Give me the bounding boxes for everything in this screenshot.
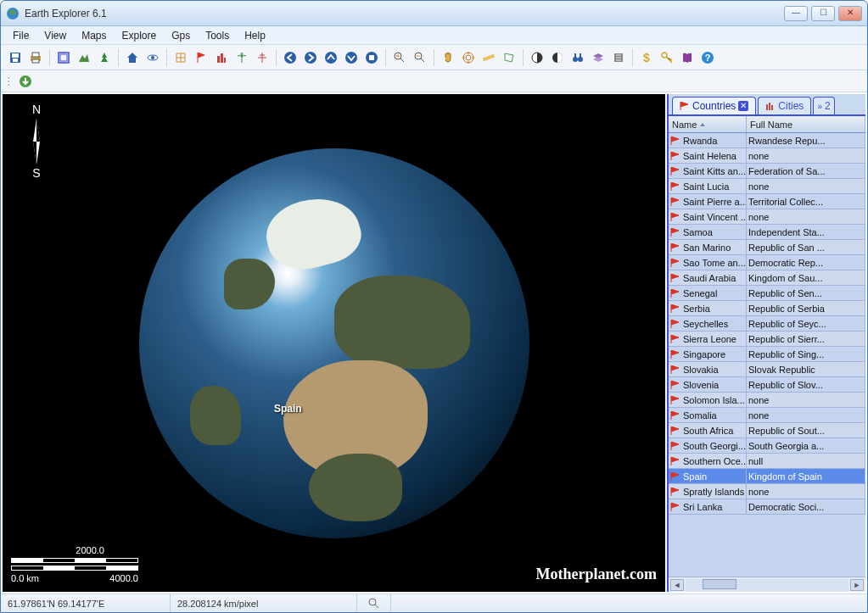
maximize-button[interactable]: ☐ [811,6,835,21]
table-row[interactable]: Sao Tome an...Democratic Rep... [669,255,865,270]
menu-view[interactable]: View [37,28,73,43]
svg-point-17 [345,52,357,64]
menu-file[interactable]: File [6,28,36,43]
scroll-track[interactable] [686,579,848,591]
table-row[interactable]: SerbiaRepublic of Serbia [669,301,865,316]
table-row[interactable]: South AfricaRepublic of Sout... [669,423,865,438]
fullscreen-icon[interactable] [54,48,73,67]
cell-name: Slovenia [669,377,747,392]
table-row[interactable]: Saint Kitts an...Federation of Sa... [669,164,865,179]
terrain-icon[interactable] [75,48,93,67]
table-row[interactable]: Saint Vincent ...none [669,209,865,225]
minimize-button[interactable]: — [784,6,808,21]
tab-cities[interactable]: Cities [758,97,811,114]
table-row[interactable]: SloveniaRepublic of Slov... [669,377,865,393]
table-row[interactable]: SeychellesRepublic of Seyc... [669,316,865,332]
grid-icon[interactable] [171,48,190,67]
tab-countries[interactable]: Countries ✕ [672,97,756,114]
table-row[interactable]: RwandaRwandese Repu... [669,133,865,148]
download-icon[interactable] [16,72,35,91]
table-body[interactable]: RwandaRwandese Repu...Saint HelenanoneSa… [669,133,865,577]
cell-name: Serbia [669,301,747,315]
cell-name: Sierra Leone [669,332,747,346]
layers-icon[interactable] [589,48,608,67]
table-row[interactable]: Saint Pierre a...Territorial Collec... [669,194,865,209]
dollar-icon[interactable]: $ [637,48,656,67]
waypoint-icon[interactable] [253,48,272,67]
main-area: Spain N S 2000.0 0.0 km4000.0 Motherplan… [1,92,867,593]
cell-name: Saudi Arabia [669,270,747,285]
scale-bar: 2000.0 0.0 km4000.0 [11,545,138,583]
table-row[interactable]: SlovakiaSlovak Republic [669,362,865,377]
flag-red-icon[interactable] [192,48,210,67]
menu-explore[interactable]: Explore [115,28,163,43]
svg-text:?: ? [705,53,711,63]
arrow-down-icon[interactable] [342,48,361,67]
cell-name: Saint Helena [669,148,747,163]
scroll-left-icon[interactable]: ◄ [670,579,684,591]
orbit-icon[interactable] [143,48,162,67]
table-row[interactable]: Sri LankaDemocratic Soci... [669,499,865,515]
daynight-icon[interactable] [528,48,546,67]
print-icon[interactable] [26,48,45,67]
map-view[interactable]: Spain N S 2000.0 0.0 km4000.0 Motherplan… [3,94,665,592]
table-row[interactable]: Saudi ArabiaKingdom of Sau... [669,270,865,286]
h-scrollbar[interactable]: ◄ ► [669,577,865,592]
cell-name: Spratly Islands [669,484,747,499]
zoom-in-icon[interactable] [390,48,409,67]
binoculars-icon[interactable] [568,48,587,67]
table-row[interactable]: South Georgi...South Georgia a... [669,438,865,454]
table-row[interactable]: San MarinoRepublic of San ... [669,240,865,255]
home-icon[interactable] [123,48,142,67]
table-row[interactable]: SenegalRepublic of Sen... [669,286,865,301]
cell-name: San Marino [669,240,747,254]
table-row[interactable]: SamoaIndependent Sta... [669,225,865,240]
arrow-right-icon[interactable] [301,48,320,67]
menu-maps[interactable]: Maps [75,28,113,43]
table-row[interactable]: Somalianone [669,408,865,423]
status-search[interactable] [357,594,391,612]
arrow-up-icon[interactable] [322,48,340,67]
svg-rect-30 [580,53,581,58]
help-icon[interactable]: ? [698,48,717,67]
contrast-icon[interactable] [548,48,567,67]
key-icon[interactable] [658,48,676,67]
col-fullname[interactable]: Full Name [747,116,865,132]
city-icon [765,102,776,110]
close-button[interactable]: ✕ [838,6,862,21]
table-row[interactable]: Sierra LeoneRepublic of Sierr... [669,332,865,347]
toolbar-gripper[interactable] [6,77,11,86]
settings-icon[interactable] [609,48,628,67]
cell-name: Saint Vincent ... [669,209,747,224]
area-icon[interactable] [500,48,518,67]
menu-gps[interactable]: Gps [165,28,197,43]
stop-icon[interactable] [362,48,381,67]
save-icon[interactable] [6,48,25,67]
target-icon[interactable] [459,48,478,67]
country-table: Name Full Name RwandaRwandese Repu...Sai… [669,116,865,592]
table-row[interactable]: Southern Oce...null [669,454,865,469]
scroll-thumb[interactable] [703,579,736,589]
ruler-icon[interactable] [479,48,498,67]
tab-more[interactable]: »2 [813,97,834,114]
palm-icon[interactable] [232,48,251,67]
table-row[interactable]: Spratly Islandsnone [669,484,865,499]
table-row[interactable]: SpainKingdom of Spain [669,469,865,484]
table-row[interactable]: Solomon Isla...none [669,393,865,408]
city-icon[interactable] [212,48,231,67]
scroll-right-icon[interactable]: ► [850,579,864,591]
tab-close-icon[interactable]: ✕ [738,101,748,111]
menu-tools[interactable]: Tools [199,28,236,43]
flag-icon [670,457,680,465]
table-row[interactable]: SingaporeRepublic of Sing... [669,347,865,362]
table-row[interactable]: Saint Helenanone [669,148,865,164]
menu-help[interactable]: Help [238,28,272,43]
arrow-left-icon[interactable] [281,48,300,67]
tree-icon[interactable] [95,48,114,67]
cell-name: Saint Pierre a... [669,194,747,209]
zoom-out-icon[interactable] [411,48,429,67]
hand-icon[interactable] [439,48,457,67]
book-icon[interactable] [678,48,697,67]
col-name[interactable]: Name [669,116,747,132]
table-row[interactable]: Saint Lucianone [669,179,865,194]
